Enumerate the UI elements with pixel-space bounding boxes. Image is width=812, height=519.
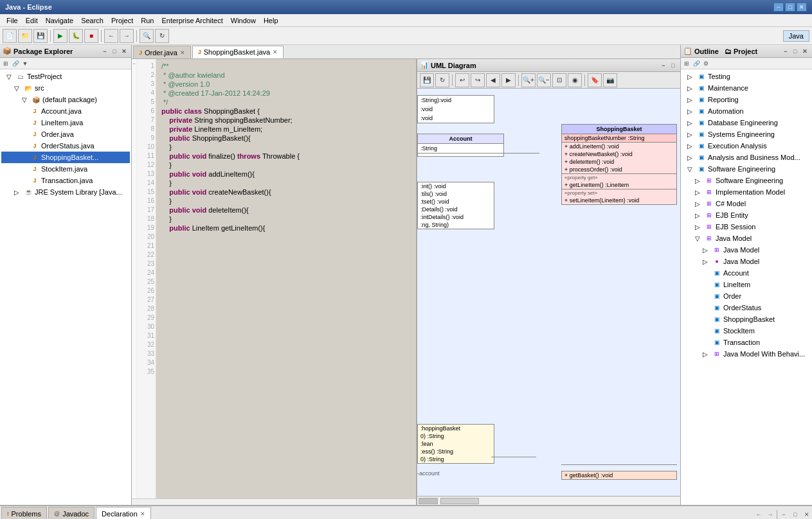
filter-button[interactable]: ▼ (21, 59, 30, 68)
tab-shoppingbasket-java[interactable]: J ShoppingBasket.java ✕ (192, 46, 284, 58)
uml-zoom-custom-btn[interactable]: ◉ (568, 73, 582, 87)
link-editor-button[interactable]: 🔗 (11, 59, 20, 68)
right-tree-item-lineitem[interactable]: ▣ LineItem (682, 279, 811, 290)
outline-sync-btn[interactable]: ⊞ (682, 59, 691, 68)
uml-hscrollbar-thumb[interactable] (419, 498, 438, 504)
uml-maximize-btn[interactable]: □ (669, 61, 678, 70)
right-tree-item-sw-eng-child[interactable]: ▷ ⊞ Software Engineering (682, 175, 811, 186)
tree-item-orderstatus[interactable]: J OrderStatus.java (1, 140, 130, 152)
right-tree-item-ejb-session[interactable]: ▷ ⊞ EJB Session (682, 221, 811, 233)
uml-export-btn[interactable]: 📷 (603, 73, 617, 87)
uml-refresh-btn[interactable]: ↻ (435, 73, 449, 87)
tab-problems[interactable]: ! Problems (1, 507, 47, 519)
menu-search[interactable]: Search (77, 15, 107, 26)
right-tree-item-order[interactable]: ▣ Order (682, 290, 811, 302)
right-tree-item-java-model-behavi[interactable]: ▷ ⊞ Java Model With Behavi... (682, 348, 811, 360)
uml-zoom-in-btn[interactable]: 🔍+ (521, 73, 536, 87)
menu-project[interactable]: Project (107, 15, 137, 26)
right-tree-item-orderstatus[interactable]: ▣ OrderStatus (682, 302, 811, 313)
uml-fit-btn[interactable]: ⊡ (552, 73, 566, 87)
bottom-maximize-btn[interactable]: □ (790, 509, 800, 519)
refresh-button[interactable]: ↻ (155, 29, 169, 43)
menu-run[interactable]: Run (137, 15, 158, 26)
right-panel-close[interactable]: ✕ (800, 47, 809, 56)
stop-button[interactable]: ■ (84, 29, 98, 43)
menu-navigate[interactable]: Navigate (42, 15, 77, 26)
tree-item-project[interactable]: ▽ 🗂 TestProject (1, 71, 130, 82)
uml-save-btn[interactable]: 💾 (420, 73, 434, 87)
right-tree-item-java-model-parent[interactable]: ▽ ⊞ Java Model (682, 233, 811, 244)
right-tree-item-java-model-2[interactable]: ▷ ● Java Model (682, 256, 811, 267)
tab-order-java[interactable]: J Order.java ✕ (133, 46, 191, 58)
right-tree-item-systems-eng[interactable]: ▷ ▣ Systems Engineering (682, 128, 811, 140)
uml-hscrollbar[interactable] (417, 496, 680, 505)
right-tree-item-transaction[interactable]: ▣ Transaction (682, 337, 811, 348)
uml-minimize-btn[interactable]: − (659, 61, 668, 70)
run-button[interactable]: ▶ (53, 29, 68, 43)
uml-hscrollbar-thumb-2[interactable] (440, 498, 479, 504)
bottom-back-btn[interactable]: ← (753, 509, 764, 519)
uml-undo-btn[interactable]: ↩ (455, 73, 469, 87)
right-tree-item-java-model-1[interactable]: ▷ ⊞ Java Model (682, 244, 811, 256)
maximize-button[interactable]: □ (785, 3, 795, 12)
minimize-panel-button[interactable]: − (100, 47, 109, 56)
declaration-close[interactable]: ✕ (140, 511, 145, 517)
uml-zoom-out-btn[interactable]: 🔍− (537, 73, 551, 87)
new-button[interactable]: 📄 (3, 29, 17, 43)
close-button[interactable]: ✕ (797, 3, 807, 12)
sb-tab-close[interactable]: ✕ (273, 49, 278, 55)
menu-window[interactable]: Window (227, 15, 260, 26)
settings-btn[interactable]: ⚙ (701, 59, 710, 68)
minimize-button[interactable]: − (773, 3, 784, 12)
open-button[interactable]: 📁 (18, 29, 32, 43)
right-tree-item-analysis[interactable]: ▷ ▣ Analysis and Business Mod... (682, 152, 811, 163)
right-tree-item-sw-eng[interactable]: ▽ ▣ Software Engineering (682, 163, 811, 175)
bottom-close-btn[interactable]: ✕ (802, 509, 812, 519)
right-tree-item-reporting[interactable]: ▷ ▣ Reporting (682, 94, 811, 105)
right-tree-item-testing[interactable]: ▷ ▣ Testing (682, 71, 811, 82)
debug-button[interactable]: 🐛 (69, 29, 83, 43)
tree-item-shoppingbasket[interactable]: J ShoppingBasket... (1, 152, 130, 163)
tree-item-stockitem[interactable]: J StockItem.java (1, 163, 130, 175)
uml-bookmark-btn[interactable]: 🔖 (588, 73, 602, 87)
right-tree-item-automation[interactable]: ▷ ▣ Automation (682, 105, 811, 117)
menu-enterprise-architect[interactable]: Enterprise Architect (158, 15, 226, 26)
tab-declaration[interactable]: Declaration ✕ (96, 507, 151, 519)
gutter-fold-1[interactable]: − (132, 60, 136, 67)
maximize-panel-button[interactable]: □ (110, 47, 119, 56)
right-tree-item-execution[interactable]: ▷ ▣ Execution Analysis (682, 140, 811, 152)
right-panel-maximize[interactable]: □ (791, 47, 800, 56)
uml-redo-btn[interactable]: ↪ (471, 73, 485, 87)
bottom-forward-btn[interactable]: → (765, 509, 775, 519)
right-tree-item-database-eng[interactable]: ▷ ▣ Database Engineering (682, 117, 811, 128)
tree-item-order[interactable]: J Order.java (1, 128, 130, 140)
tree-item-default-package[interactable]: ▽ 📦 (default package) (1, 94, 130, 105)
tree-item-src[interactable]: ▽ 📂 src (1, 82, 130, 94)
close-panel-button[interactable]: ✕ (120, 47, 129, 56)
menu-help[interactable]: Help (260, 15, 282, 26)
editor-hscrollbar[interactable] (132, 498, 416, 505)
tree-item-transaction[interactable]: J Transaction.java (1, 175, 130, 186)
right-tree-item-ejb-entity[interactable]: ▷ ⊞ EJB Entity (682, 209, 811, 221)
right-tree-item-account[interactable]: ▣ Account (682, 267, 811, 279)
right-tree-item-csharp[interactable]: ▷ ⊞ C# Model (682, 198, 811, 209)
bottom-minimize-btn[interactable]: − (779, 509, 789, 519)
collapse-all-button[interactable]: ⊞ (1, 59, 10, 68)
menu-file[interactable]: File (3, 15, 22, 26)
tree-item-account[interactable]: J Account.java (1, 105, 130, 117)
right-tree-item-shoppingbasket[interactable]: ▣ ShoppingBasket (682, 313, 811, 325)
right-tree-item-impl-model[interactable]: ▷ ⊞ Implementation Model (682, 186, 811, 198)
tree-item-lineitem[interactable]: J LineItem.java (1, 117, 130, 128)
tree-item-jre[interactable]: ▷ ☕ JRE System Library [Java... (1, 186, 130, 198)
tab-javadoc[interactable]: @ Javadoc (48, 507, 95, 519)
right-tree-item-stockitem[interactable]: ▣ StockItem (682, 325, 811, 337)
search-button[interactable]: 🔍 (140, 29, 154, 43)
outline-filter-btn[interactable]: 🔗 (692, 59, 701, 68)
right-tree-item-maintenance[interactable]: ▷ ▣ Maintenance (682, 82, 811, 94)
right-panel-minimize[interactable]: − (781, 47, 790, 56)
back-button[interactable]: ← (104, 29, 118, 43)
forward-button[interactable]: → (120, 29, 134, 43)
uml-prev-btn[interactable]: ◀ (486, 73, 500, 87)
order-tab-close[interactable]: ✕ (180, 49, 185, 56)
uml-next-btn[interactable]: ▶ (501, 73, 516, 87)
